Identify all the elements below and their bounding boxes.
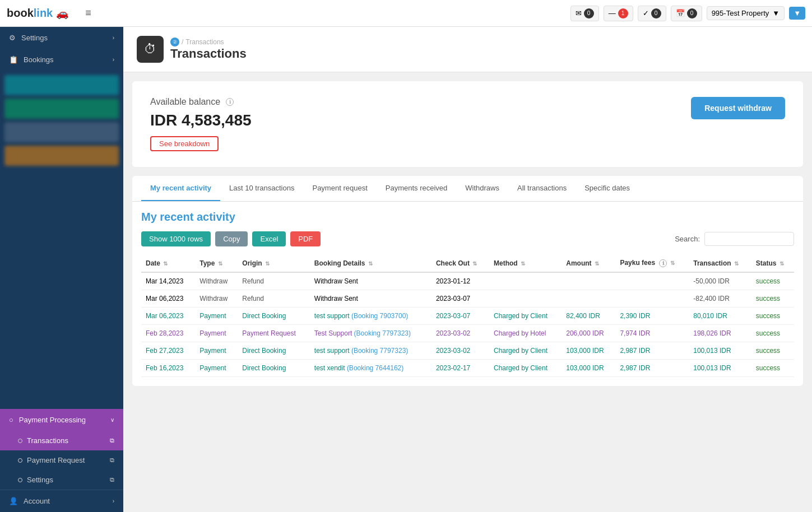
toolbar: Show 1000 rows Copy Excel PDF Search:	[141, 231, 794, 246]
sidebar-bottom: 👤 Account ›	[0, 490, 123, 512]
sidebar-item-account[interactable]: 👤 Account ›	[0, 490, 123, 512]
sidebar-subitem-settings[interactable]: Settings ⧉	[0, 470, 123, 490]
cell-type: Payment	[195, 360, 238, 377]
mail-badge[interactable]: ✉ 0	[570, 6, 599, 21]
booking-link[interactable]: (Booking 7644162)	[347, 364, 403, 372]
cell-amount	[562, 272, 615, 290]
col-transaction[interactable]: Transaction ⇅	[689, 254, 751, 272]
sidebar-item-settings[interactable]: ⚙ Settings ›	[0, 27, 123, 49]
blurred-card-green	[4, 99, 119, 119]
excel-button[interactable]: Excel	[252, 231, 286, 246]
tab-payment-request[interactable]: Payment request	[303, 176, 376, 201]
cell-payku-fees	[615, 272, 689, 290]
cell-amount	[562, 290, 615, 308]
cell-check-out: 2023-01-12	[431, 272, 489, 290]
calendar-icon: 📅	[676, 9, 685, 17]
cell-booking-details: Withdraw Sent	[310, 290, 431, 308]
sidebar-payment-label: Payment Processing	[19, 416, 86, 424]
breadcrumb-separator: /	[182, 38, 183, 46]
cell-origin: Direct Booking	[238, 342, 310, 360]
search-label: Search:	[675, 235, 700, 243]
hamburger-menu[interactable]: ≡	[85, 7, 91, 19]
cell-check-out: 2023-03-07	[431, 290, 489, 308]
cell-payku-fees: 7,974 IDR	[615, 325, 689, 342]
col-method[interactable]: Method ⇅	[489, 254, 562, 272]
property-selector[interactable]: 995-Test Property ▼	[707, 6, 785, 20]
activity-title: My recent activity	[141, 211, 794, 224]
col-booking-details[interactable]: Booking Details ⇅	[310, 254, 431, 272]
col-amount[interactable]: Amount ⇅	[562, 254, 615, 272]
cell-payku-fees: 2,390 IDR	[615, 308, 689, 325]
cell-type: Payment	[195, 342, 238, 360]
sort-icon-amount: ⇅	[595, 260, 599, 267]
booking-link[interactable]: (Booking 7797323)	[354, 329, 411, 337]
transactions-table: Date ⇅ Type ⇅ Origin ⇅ Booking Details ⇅…	[141, 254, 794, 377]
cell-transaction: 198,026 IDR	[689, 325, 751, 342]
tab-specific-dates[interactable]: Specific dates	[576, 176, 639, 201]
cell-amount: 206,000 IDR	[562, 325, 615, 342]
cell-amount: 82,400 IDR	[562, 308, 615, 325]
blurred-card-1	[4, 122, 119, 142]
bookings-icon: 📋	[9, 55, 18, 64]
col-check-out[interactable]: Check Out ⇅	[431, 254, 489, 272]
sidebar: ⚙ Settings › 📋 Bookings › ○	[0, 27, 123, 512]
timer-icon: ⏱	[144, 42, 156, 57]
col-date[interactable]: Date ⇅	[141, 254, 195, 272]
breadcrumb-icon: ②	[170, 38, 179, 46]
cell-booking-details: test xendit (Booking 7644162)	[310, 360, 431, 377]
balance-info-icon[interactable]: ℹ	[226, 98, 234, 106]
cell-type: Payment	[195, 325, 238, 342]
cell-method: Charged by Hotel	[489, 325, 562, 342]
tab-my-recent-activity[interactable]: My recent activity	[141, 176, 220, 201]
tab-payments-received[interactable]: Payments received	[377, 176, 457, 201]
col-origin[interactable]: Origin ⇅	[238, 254, 310, 272]
cell-check-out: 2023-02-17	[431, 360, 489, 377]
cell-date: Mar 06,2023	[141, 308, 195, 325]
cell-status: success	[751, 325, 794, 342]
calendar-badge[interactable]: 📅 0	[671, 6, 702, 21]
minus-badge[interactable]: — 1	[604, 6, 633, 21]
property-dropdown-btn[interactable]: ▼	[789, 7, 805, 20]
external-link-icon-transactions: ⧉	[110, 437, 114, 444]
tab-all-transactions[interactable]: All transactions	[508, 176, 576, 201]
balance-label: Available balance ℹ	[150, 97, 252, 107]
cell-status: success	[751, 290, 794, 308]
see-breakdown-button[interactable]: See breakdown	[150, 136, 219, 151]
cell-transaction: 80,010 IDR	[689, 308, 751, 325]
cell-check-out: 2023-03-02	[431, 325, 489, 342]
cell-amount: 103,000 IDR	[562, 342, 615, 360]
cell-date: Mar 14,2023	[141, 272, 195, 290]
table-row: Feb 16,2023 Payment Direct Booking test …	[141, 360, 794, 377]
col-status[interactable]: Status ⇅	[751, 254, 794, 272]
sidebar-subitem-transactions[interactable]: Transactions ⧉	[0, 431, 123, 450]
request-withdraw-button[interactable]: Request withdraw	[691, 97, 785, 119]
cell-amount: 103,000 IDR	[562, 360, 615, 377]
copy-button[interactable]: Copy	[215, 231, 248, 246]
tab-last-10-transactions[interactable]: Last 10 transactions	[220, 176, 303, 201]
cell-method: Charged by Client	[489, 360, 562, 377]
search-input[interactable]	[704, 232, 794, 246]
sidebar-item-payment-processing[interactable]: ○ Payment Processing ∨	[0, 409, 123, 431]
show-rows-button[interactable]: Show 1000 rows	[141, 231, 211, 246]
payku-info-icon[interactable]: ℹ	[659, 259, 667, 267]
sidebar-subitem-payment-request[interactable]: Payment Request ⧉	[0, 450, 123, 470]
cell-transaction: -82,400 IDR	[689, 290, 751, 308]
external-link-icon-payment-request: ⧉	[110, 457, 114, 464]
app-logo[interactable]: booklink 🚗	[7, 7, 68, 20]
col-type[interactable]: Type ⇅	[195, 254, 238, 272]
pdf-button[interactable]: PDF	[290, 231, 321, 246]
topnav-right: ✉ 0 — 1 ✓ 0 📅 0 995-Test Property ▼ ▼	[570, 6, 805, 21]
chevron-right-icon: ›	[113, 35, 114, 41]
col-payku-fees[interactable]: Payku fees ℹ ⇅	[615, 254, 689, 272]
cell-method	[489, 290, 562, 308]
mail-icon: ✉	[576, 9, 582, 17]
tab-withdraws[interactable]: Withdraws	[456, 176, 508, 201]
check-badge[interactable]: ✓ 0	[638, 6, 666, 21]
sidebar-item-bookings[interactable]: 📋 Bookings ›	[0, 49, 123, 71]
top-navigation: booklink 🚗 ≡ ✉ 0 — 1 ✓ 0 📅 0 995-Test Pr…	[0, 0, 812, 27]
cell-date: Feb 28,2023	[141, 325, 195, 342]
booking-link[interactable]: (Booking 7903700)	[351, 312, 408, 320]
booking-link[interactable]: (Booking 7797323)	[351, 347, 408, 355]
minus-count: 1	[618, 8, 628, 18]
calendar-count: 0	[687, 8, 697, 18]
